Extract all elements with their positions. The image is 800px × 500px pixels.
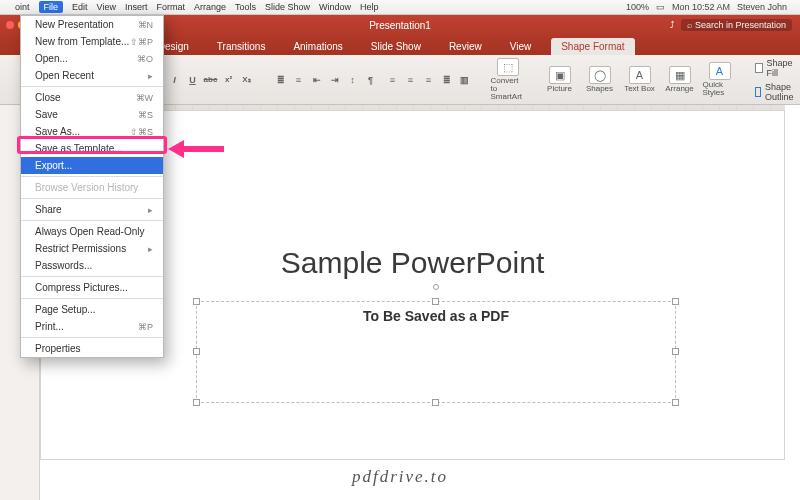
resize-handle-sw[interactable] bbox=[193, 399, 200, 406]
watermark-text: pdfdrive.to bbox=[352, 467, 448, 487]
tab-view[interactable]: View bbox=[502, 38, 540, 55]
quick-styles-button[interactable]: AQuick Styles bbox=[703, 62, 737, 97]
annotation-arrow bbox=[170, 140, 224, 158]
tab-animations[interactable]: Animations bbox=[285, 38, 350, 55]
picture-button[interactable]: ▣Picture bbox=[543, 66, 577, 93]
tab-transitions[interactable]: Transitions bbox=[209, 38, 274, 55]
slide-title-text[interactable]: Sample PowerPoint bbox=[281, 246, 544, 280]
text-direction-button[interactable]: ¶ bbox=[363, 72, 379, 88]
battery-icon: ▭ bbox=[656, 2, 665, 12]
file-menu-item-close[interactable]: Close⌘W bbox=[21, 89, 163, 106]
shape-fill-button[interactable]: Shape Fill ▾ bbox=[755, 58, 801, 78]
slide-subtitle-text[interactable]: To Be Saved as a PDF bbox=[197, 308, 675, 324]
mac-menu-edit[interactable]: Edit bbox=[72, 2, 88, 12]
file-menu-item-page-setup[interactable]: Page Setup... bbox=[21, 301, 163, 318]
file-menu-item-restrict-permissions[interactable]: Restrict Permissions▸ bbox=[21, 240, 163, 257]
mac-menu-help[interactable]: Help bbox=[360, 2, 379, 12]
file-menu-item-new-presentation[interactable]: New Presentation⌘N bbox=[21, 16, 163, 33]
italic-button[interactable]: I bbox=[167, 72, 183, 88]
file-menu-item-save-as-template[interactable]: Save as Template... bbox=[21, 140, 163, 157]
file-menu-item-save-as[interactable]: Save As...⇧⌘S bbox=[21, 123, 163, 140]
battery-percent: 100% bbox=[626, 2, 649, 12]
mac-menu-file[interactable]: File bbox=[39, 1, 64, 13]
mac-menu-tools[interactable]: Tools bbox=[235, 2, 256, 12]
file-menu-item-new-from-template[interactable]: New from Template...⇧⌘P bbox=[21, 33, 163, 50]
underline-button[interactable]: U bbox=[185, 72, 201, 88]
convert-smartart-button[interactable]: ⬚Convert to SmartArt bbox=[491, 58, 525, 101]
mac-menubar: oint File Edit View Insert Format Arrang… bbox=[0, 0, 800, 15]
columns-button[interactable]: ▥ bbox=[457, 72, 473, 88]
arrange-button[interactable]: ▦Arrange bbox=[663, 66, 697, 93]
numbering-button[interactable]: ≡ bbox=[291, 72, 307, 88]
file-menu-item-passwords[interactable]: Passwords... bbox=[21, 257, 163, 274]
share-icon[interactable]: ⤴ bbox=[670, 20, 675, 30]
resize-handle-nw[interactable] bbox=[193, 298, 200, 305]
tab-shape-format[interactable]: Shape Format bbox=[551, 38, 634, 55]
file-menu-item-share[interactable]: Share▸ bbox=[21, 201, 163, 218]
tab-slideshow[interactable]: Slide Show bbox=[363, 38, 429, 55]
close-window-icon[interactable] bbox=[6, 21, 14, 29]
file-menu-item-properties[interactable]: Properties bbox=[21, 340, 163, 357]
rotate-handle[interactable] bbox=[433, 284, 439, 290]
document-title: Presentation1 bbox=[369, 20, 431, 31]
user-name[interactable]: Steven John bbox=[737, 2, 787, 12]
justify-button[interactable]: ≣ bbox=[439, 72, 455, 88]
file-menu-item-always-open-read-only[interactable]: Always Open Read-Only bbox=[21, 223, 163, 240]
resize-handle-s[interactable] bbox=[432, 399, 439, 406]
align-left-button[interactable]: ≡ bbox=[385, 72, 401, 88]
align-right-button[interactable]: ≡ bbox=[421, 72, 437, 88]
mac-menu-format[interactable]: Format bbox=[156, 2, 185, 12]
resize-handle-ne[interactable] bbox=[672, 298, 679, 305]
bullets-button[interactable]: ≣ bbox=[273, 72, 289, 88]
superscript-button[interactable]: x² bbox=[221, 72, 237, 88]
resize-handle-w[interactable] bbox=[193, 348, 200, 355]
shape-outline-button[interactable]: Shape Outline ▾ bbox=[755, 82, 801, 102]
file-menu-item-save[interactable]: Save⌘S bbox=[21, 106, 163, 123]
resize-handle-e[interactable] bbox=[672, 348, 679, 355]
resize-handle-n[interactable] bbox=[432, 298, 439, 305]
file-menu-item-open-recent[interactable]: Open Recent▸ bbox=[21, 67, 163, 84]
file-menu-item-open[interactable]: Open...⌘O bbox=[21, 50, 163, 67]
indent-right-button[interactable]: ⇥ bbox=[327, 72, 343, 88]
indent-left-button[interactable]: ⇤ bbox=[309, 72, 325, 88]
resize-handle-se[interactable] bbox=[672, 399, 679, 406]
selected-textbox[interactable]: To Be Saved as a PDF bbox=[196, 301, 676, 403]
app-name-truncated: oint bbox=[15, 2, 30, 12]
tab-review[interactable]: Review bbox=[441, 38, 490, 55]
mac-menu-view[interactable]: View bbox=[97, 2, 116, 12]
file-menu-dropdown: New Presentation⌘NNew from Template...⇧⌘… bbox=[20, 15, 164, 358]
clock[interactable]: Mon 10:52 AM bbox=[672, 2, 730, 12]
search-in-presentation[interactable]: ⌕Search in Presentation bbox=[681, 19, 792, 31]
shapes-button[interactable]: ◯Shapes bbox=[583, 66, 617, 93]
align-center-button[interactable]: ≡ bbox=[403, 72, 419, 88]
mac-menu-arrange[interactable]: Arrange bbox=[194, 2, 226, 12]
mac-menu-insert[interactable]: Insert bbox=[125, 2, 148, 12]
mac-menu-window[interactable]: Window bbox=[319, 2, 351, 12]
search-icon: ⌕ bbox=[687, 20, 692, 30]
file-menu-item-print[interactable]: Print...⌘P bbox=[21, 318, 163, 335]
line-spacing-button[interactable]: ↕ bbox=[345, 72, 361, 88]
strike-button[interactable]: abc bbox=[203, 72, 219, 88]
file-menu-item-browse-version-history: Browse Version History bbox=[21, 179, 163, 196]
file-menu-item-export[interactable]: Export... bbox=[21, 157, 163, 174]
file-menu-item-compress-pictures[interactable]: Compress Pictures... bbox=[21, 279, 163, 296]
mac-menu-slideshow[interactable]: Slide Show bbox=[265, 2, 310, 12]
subscript-button[interactable]: X₂ bbox=[239, 72, 255, 88]
textbox-button[interactable]: AText Box bbox=[623, 66, 657, 93]
